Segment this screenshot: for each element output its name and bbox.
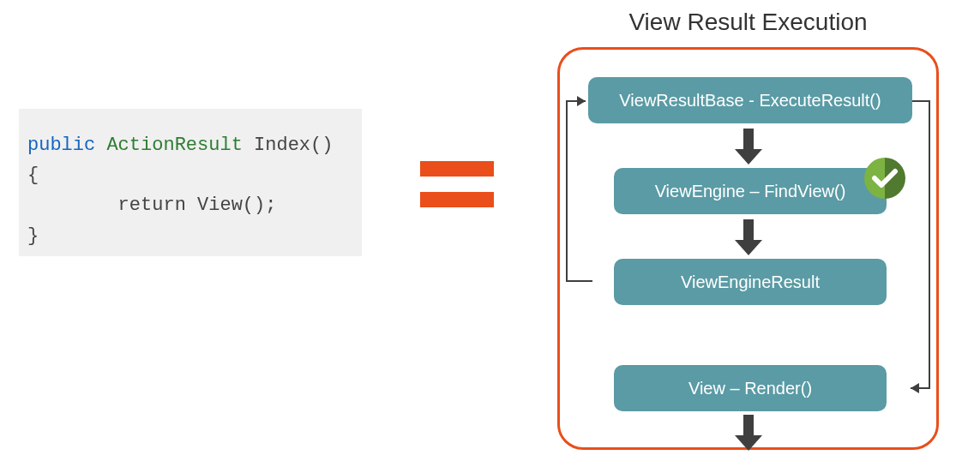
node-viewengine-findview: ViewEngine – FindView() (614, 168, 887, 214)
diagram-frame: ViewResultBase - ExecuteResult() ViewEng… (557, 47, 939, 450)
svg-marker-5 (735, 240, 762, 255)
arrow-down-icon (731, 218, 766, 257)
node-viewengineresult: ViewEngineResult (614, 259, 887, 305)
diagram-title: View Result Execution (557, 9, 939, 36)
keyword-public: public (27, 135, 95, 156)
equals-bar-top (420, 161, 494, 177)
node-label: ViewEngine – FindView() (655, 182, 846, 201)
arrow-down-icon (731, 413, 766, 452)
code-line-return: return View(); (27, 190, 353, 220)
svg-rect-6 (743, 415, 754, 435)
equals-icon (420, 161, 494, 207)
keyword-type: ActionResult (106, 135, 242, 156)
node-label: View – Render() (688, 379, 812, 398)
bypass-right-arrow-icon (893, 88, 945, 414)
node-label: ViewResultBase - ExecuteResult() (619, 91, 881, 111)
svg-marker-0 (577, 96, 586, 106)
method-name: Index() (254, 135, 333, 156)
svg-marker-7 (735, 435, 762, 451)
svg-rect-4 (743, 219, 754, 240)
arrow-down-icon (731, 127, 766, 166)
node-label: ViewEngineResult (681, 272, 820, 292)
code-line-brace-open: { (27, 160, 353, 190)
code-line-brace-close: } (27, 221, 353, 251)
code-line-signature: public ActionResult Index() (27, 130, 353, 160)
code-block: public ActionResult Index() { return Vie… (19, 109, 362, 256)
equals-bar-bottom (420, 192, 494, 207)
svg-rect-2 (743, 129, 754, 149)
node-view-render: View – Render() (614, 365, 887, 411)
svg-marker-3 (735, 149, 762, 165)
node-viewresultbase: ViewResultBase - ExecuteResult() (588, 77, 912, 123)
checkmark-badge-icon (864, 158, 905, 199)
svg-marker-1 (911, 383, 919, 393)
